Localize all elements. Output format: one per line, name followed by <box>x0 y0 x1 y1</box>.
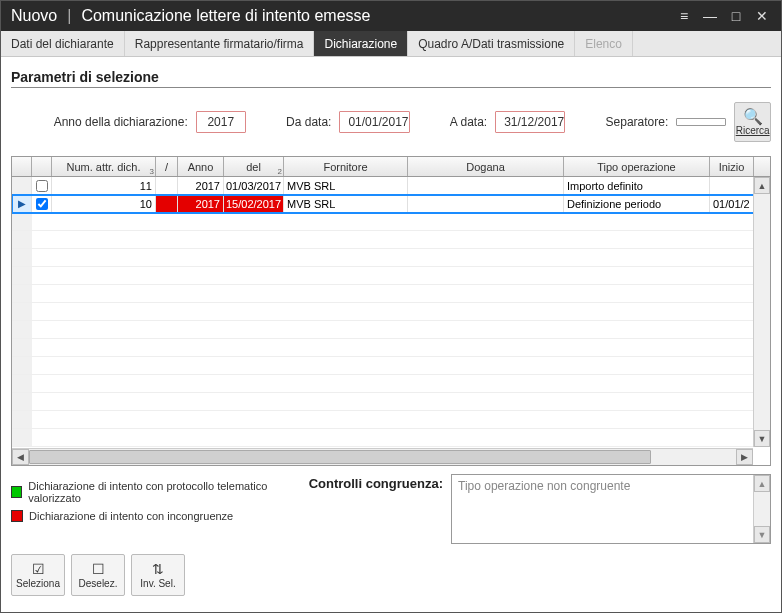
cell-anno: 2017 <box>178 177 224 194</box>
col-checkbox <box>32 157 52 176</box>
cell-tipo: Definizione periodo <box>564 195 710 212</box>
row-checkbox[interactable] <box>32 177 52 194</box>
row-indicator <box>12 375 32 392</box>
inv-sel-button[interactable]: ⇅ Inv. Sel. <box>131 554 185 596</box>
to-date-label: A data: <box>450 115 487 129</box>
tab-1[interactable]: Rappresentante firmatario/firma <box>125 31 315 56</box>
scroll-thumb[interactable] <box>29 450 651 464</box>
table-row-empty <box>12 267 770 285</box>
year-input[interactable]: 2017 <box>196 111 246 133</box>
table-row-empty <box>12 375 770 393</box>
window-menu-icon[interactable]: ≡ <box>671 5 697 27</box>
cell-num: 11 <box>52 177 156 194</box>
row-indicator <box>12 177 32 194</box>
cell-inizio: 01/01/2 <box>710 195 754 212</box>
row-indicator <box>12 303 32 320</box>
congruenza-box: Tipo operazione non congruente ▲ ▼ <box>451 474 771 544</box>
grid-horizontal-scrollbar[interactable]: ◀ ▶ <box>12 448 753 465</box>
col-slash[interactable]: / <box>156 157 178 176</box>
separator-input[interactable] <box>676 118 726 126</box>
table-row-empty <box>12 411 770 429</box>
to-date-input[interactable]: 31/12/2017 <box>495 111 565 133</box>
row-indicator <box>12 411 32 428</box>
cell-del: 01/03/2017 <box>224 177 284 194</box>
col-del[interactable]: del2 <box>224 157 284 176</box>
scroll-right-icon[interactable]: ▶ <box>736 449 753 465</box>
scroll-up-icon[interactable]: ▲ <box>754 177 770 194</box>
scroll-left-icon[interactable]: ◀ <box>12 449 29 465</box>
from-date-label: Da data: <box>286 115 331 129</box>
table-row[interactable]: ▶10201715/02/2017MVB SRLDefinizione peri… <box>12 195 770 213</box>
deselez-button[interactable]: ☐ Deselez. <box>71 554 125 596</box>
maximize-icon[interactable]: □ <box>723 5 749 27</box>
legend-green-label: Dichiarazione di intento con protocollo … <box>28 480 300 504</box>
table-row-empty <box>12 321 770 339</box>
cell-anno: 2017 <box>178 195 224 212</box>
congruenza-scrollbar[interactable]: ▲ ▼ <box>753 475 770 543</box>
row-indicator <box>12 393 32 410</box>
row-indicator <box>12 321 32 338</box>
deselect-all-icon: ☐ <box>92 562 105 576</box>
table-row-empty <box>12 249 770 267</box>
bottom-panel: Dichiarazione di intento con protocollo … <box>1 466 781 602</box>
table-row-empty <box>12 213 770 231</box>
row-checkbox[interactable] <box>32 195 52 212</box>
scroll-down-icon[interactable]: ▼ <box>754 430 770 447</box>
data-grid[interactable]: Num. attr. dich.3 / Anno del2 Fornitore … <box>11 156 771 466</box>
title-new: Nuovo <box>11 7 57 25</box>
from-date-input[interactable]: 01/01/2017 <box>339 111 409 133</box>
tab-2[interactable]: Dichiarazione <box>314 31 408 56</box>
tab-strip: Dati del dichiaranteRappresentante firma… <box>1 31 781 57</box>
parameters-heading: Parametri di selezione <box>11 69 771 88</box>
year-label: Anno della dichiarazione: <box>54 115 188 129</box>
parameters-panel: Parametri di selezione Anno della dichia… <box>1 57 781 150</box>
minimize-icon[interactable]: — <box>697 5 723 27</box>
table-row-empty <box>12 357 770 375</box>
col-inizio[interactable]: Inizio <box>710 157 754 176</box>
title-main: Comunicazione lettere di intento emesse <box>81 7 370 25</box>
col-dogana[interactable]: Dogana <box>408 157 564 176</box>
selection-toolbar: ☑ Seleziona ☐ Deselez. ⇅ Inv. Sel. <box>11 554 771 596</box>
grid-vertical-scrollbar[interactable]: ▲ ▼ <box>753 177 770 447</box>
cell-num: 10 <box>52 195 156 212</box>
cell-del: 15/02/2017 <box>224 195 284 212</box>
table-row-empty <box>12 393 770 411</box>
scroll-down-icon[interactable]: ▼ <box>754 526 770 543</box>
table-row-empty <box>12 285 770 303</box>
col-fornitore[interactable]: Fornitore <box>284 157 408 176</box>
search-icon: 🔍 <box>743 109 763 125</box>
cell-tipo: Importo definito <box>564 177 710 194</box>
congruenza-text: Tipo operazione non congruente <box>458 479 630 493</box>
table-row-empty <box>12 303 770 321</box>
col-num[interactable]: Num. attr. dich.3 <box>52 157 156 176</box>
col-tipo[interactable]: Tipo operazione <box>564 157 710 176</box>
table-row-empty <box>12 231 770 249</box>
row-indicator <box>12 267 32 284</box>
title-bar: Nuovo | Comunicazione lettere di intento… <box>1 1 781 31</box>
row-indicator <box>12 357 32 374</box>
row-indicator <box>12 429 32 446</box>
cell-dogana <box>408 195 564 212</box>
row-indicator <box>12 285 32 302</box>
row-indicator <box>12 213 32 230</box>
search-button[interactable]: 🔍 Ricerca <box>734 102 771 142</box>
close-icon[interactable]: ✕ <box>749 5 775 27</box>
tab-3[interactable]: Quadro A/Dati trasmissione <box>408 31 575 56</box>
row-indicator: ▶ <box>12 195 32 212</box>
invert-selection-icon: ⇅ <box>152 562 164 576</box>
seleziona-button[interactable]: ☑ Seleziona <box>11 554 65 596</box>
separator-label: Separatore: <box>606 115 669 129</box>
cell-dogana <box>408 177 564 194</box>
scroll-up-icon[interactable]: ▲ <box>754 475 770 492</box>
col-row-indicator <box>12 157 32 176</box>
legend-swatch-red <box>11 510 23 522</box>
table-row[interactable]: 11201701/03/2017MVB SRLImporto definito <box>12 177 770 195</box>
legend-swatch-green <box>11 486 22 498</box>
legend-red-label: Dichiarazione di intento con incongruenz… <box>29 510 233 522</box>
row-indicator <box>12 339 32 356</box>
row-indicator <box>12 231 32 248</box>
tab-4: Elenco <box>575 31 633 56</box>
tab-0[interactable]: Dati del dichiarante <box>1 31 125 56</box>
col-anno[interactable]: Anno <box>178 157 224 176</box>
grid-body[interactable]: 11201701/03/2017MVB SRLImporto definito▶… <box>12 177 770 447</box>
